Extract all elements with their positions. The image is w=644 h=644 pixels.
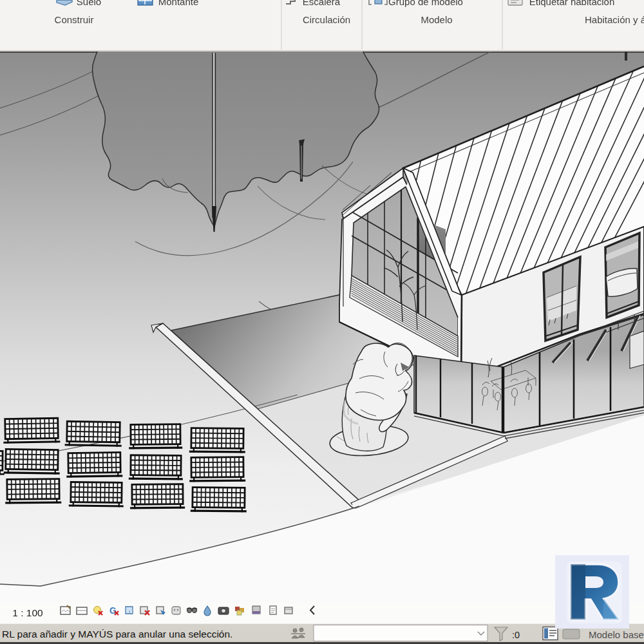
svg-text:Montante: Montante bbox=[158, 0, 199, 7]
svg-text:RL para añadir y MAYÚS para an: RL para añadir y MAYÚS para anular una s… bbox=[2, 629, 232, 639]
svg-text:Etiquetar habitación: Etiquetar habitación bbox=[529, 0, 615, 7]
svg-text:Construir: Construir bbox=[55, 14, 94, 25]
svg-text::0: :0 bbox=[512, 630, 520, 640]
svg-text:1 : 100: 1 : 100 bbox=[12, 607, 43, 618]
svg-text:Escalera: Escalera bbox=[303, 0, 341, 7]
svg-text:Habitación y área: Habitación y área bbox=[585, 14, 644, 25]
svg-text:Modelo: Modelo bbox=[421, 14, 452, 25]
svg-text:Grupo de modelo: Grupo de modelo bbox=[388, 0, 463, 7]
svg-text:Suelo: Suelo bbox=[77, 0, 101, 7]
svg-text:Modelo base: Modelo base bbox=[589, 629, 644, 640]
svg-text:Circulación: Circulación bbox=[303, 14, 350, 25]
